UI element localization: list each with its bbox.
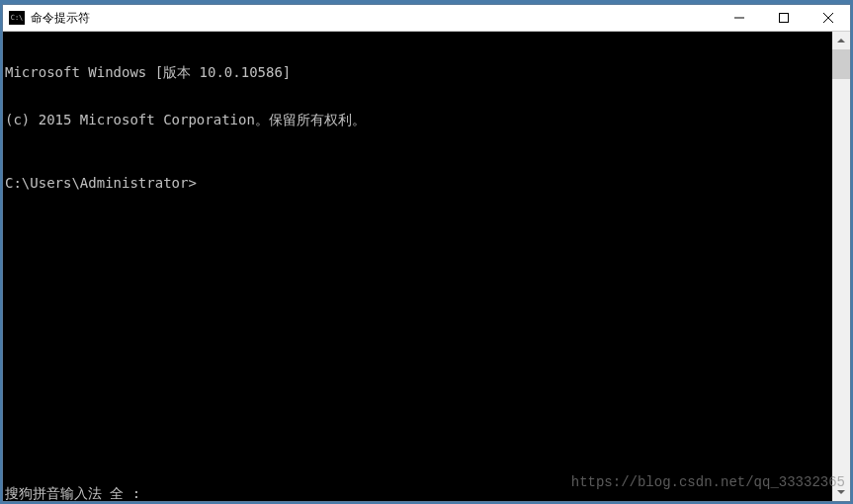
svg-marker-5 [837, 490, 845, 494]
scroll-up-button[interactable] [832, 32, 850, 49]
svg-rect-1 [779, 14, 788, 23]
console-area[interactable]: Microsoft Windows [版本 10.0.10586] (c) 20… [3, 32, 850, 501]
titlebar[interactable]: 命令提示符 [3, 5, 850, 32]
console-output[interactable]: Microsoft Windows [版本 10.0.10586] (c) 20… [3, 32, 832, 501]
chevron-down-icon [837, 490, 845, 494]
close-button[interactable] [806, 5, 850, 31]
maximize-icon [779, 13, 789, 23]
prompt-line[interactable]: C:\Users\Administrator> [5, 175, 830, 191]
version-line: Microsoft Windows [版本 10.0.10586] [5, 64, 830, 80]
scroll-down-button[interactable] [832, 483, 850, 501]
vertical-scrollbar[interactable] [832, 32, 850, 501]
maximize-button[interactable] [761, 5, 806, 31]
scroll-thumb[interactable] [832, 49, 850, 79]
close-icon [823, 13, 833, 23]
window-controls [717, 5, 850, 31]
minimize-icon [734, 13, 744, 23]
titlebar-left: 命令提示符 [3, 10, 717, 27]
svg-marker-4 [837, 39, 845, 42]
window-title: 命令提示符 [31, 10, 90, 27]
cmd-icon [9, 11, 25, 25]
minimize-button[interactable] [717, 5, 761, 31]
ime-status: 搜狗拼音输入法 全 : [5, 485, 140, 501]
command-prompt-window: 命令提示符 Microsoft Windows [版本 [2, 4, 851, 502]
chevron-up-icon [837, 39, 845, 42]
copyright-line: (c) 2015 Microsoft Corporation。保留所有权利。 [5, 112, 830, 127]
